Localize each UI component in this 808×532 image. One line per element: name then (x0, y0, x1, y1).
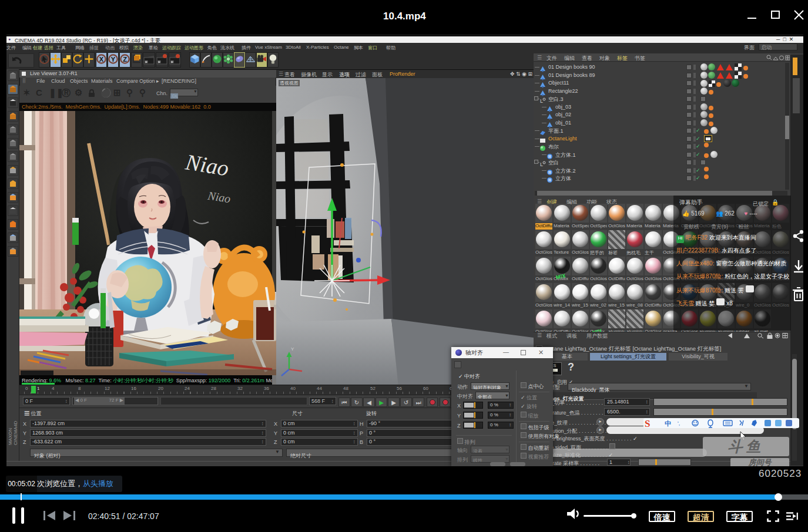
svg-text:L: L (540, 98, 543, 104)
svg-text:X: X (99, 56, 104, 63)
svg-text:L: L (540, 161, 543, 167)
svg-text:ʹ,: ʹ, (678, 420, 680, 426)
svg-text:中: 中 (665, 420, 671, 427)
svg-text:Z: Z (123, 56, 127, 63)
svg-text:Y: Y (111, 56, 116, 63)
svg-text:Y: Y (291, 346, 294, 352)
svg-text:S: S (645, 418, 650, 428)
